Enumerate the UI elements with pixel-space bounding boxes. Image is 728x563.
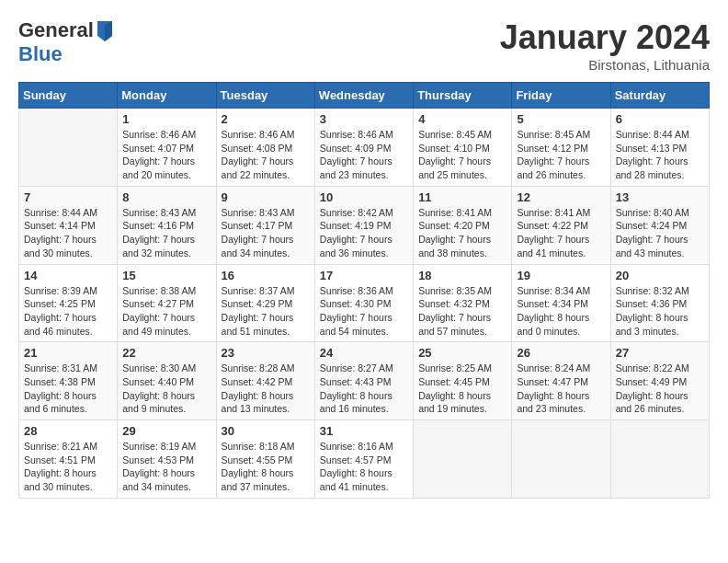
day-number: 6 bbox=[616, 112, 704, 126]
daylight: Daylight: 8 hours and 9 minutes. bbox=[122, 390, 195, 415]
day-number: 5 bbox=[517, 112, 605, 126]
calendar-cell: 20 Sunrise: 8:32 AM Sunset: 4:36 PM Dayl… bbox=[610, 264, 709, 342]
day-number: 29 bbox=[122, 424, 210, 438]
sunset: Sunset: 4:55 PM bbox=[222, 454, 293, 465]
day-number: 28 bbox=[24, 424, 112, 438]
sunrise: Sunrise: 8:19 AM bbox=[122, 441, 196, 452]
sunrise: Sunrise: 8:45 AM bbox=[517, 129, 590, 140]
sunset: Sunset: 4:07 PM bbox=[122, 143, 194, 154]
sunset: Sunset: 4:32 PM bbox=[418, 298, 490, 309]
daylight: Daylight: 7 hours and 26 minutes. bbox=[517, 155, 589, 180]
sunrise: Sunrise: 8:44 AM bbox=[616, 129, 689, 140]
day-number: 2 bbox=[222, 112, 310, 126]
sunrise: Sunrise: 8:22 AM bbox=[616, 362, 689, 373]
day-number: 20 bbox=[616, 269, 704, 282]
sunset: Sunset: 4:57 PM bbox=[320, 454, 392, 465]
day-info: Sunrise: 8:46 AM Sunset: 4:09 PM Dayligh… bbox=[320, 128, 408, 182]
sunrise: Sunrise: 8:30 AM bbox=[122, 362, 196, 373]
daylight: Daylight: 8 hours and 0 minutes. bbox=[517, 312, 589, 337]
daylight: Daylight: 8 hours and 26 minutes. bbox=[616, 390, 688, 415]
day-number: 31 bbox=[320, 424, 408, 438]
daylight: Daylight: 7 hours and 49 minutes. bbox=[122, 312, 195, 337]
day-info: Sunrise: 8:21 AM Sunset: 4:51 PM Dayligh… bbox=[24, 440, 112, 494]
weekday-header-thursday: Thursday bbox=[414, 83, 512, 109]
daylight: Daylight: 7 hours and 36 minutes. bbox=[320, 234, 392, 259]
sunrise: Sunrise: 8:25 AM bbox=[418, 362, 492, 373]
sunset: Sunset: 4:10 PM bbox=[418, 143, 490, 154]
day-info: Sunrise: 8:38 AM Sunset: 4:27 PM Dayligh… bbox=[122, 284, 210, 339]
day-number: 12 bbox=[517, 190, 605, 204]
day-info: Sunrise: 8:39 AM Sunset: 4:25 PM Dayligh… bbox=[24, 284, 112, 339]
calendar-cell: 1 Sunrise: 8:46 AM Sunset: 4:07 PM Dayli… bbox=[118, 109, 216, 187]
sunrise: Sunrise: 8:37 AM bbox=[222, 285, 295, 296]
day-info: Sunrise: 8:43 AM Sunset: 4:17 PM Dayligh… bbox=[222, 206, 310, 260]
calendar-cell: 16 Sunrise: 8:37 AM Sunset: 4:29 PM Dayl… bbox=[216, 264, 314, 342]
calendar-cell: 24 Sunrise: 8:27 AM Sunset: 4:43 PM Dayl… bbox=[314, 342, 413, 420]
sunset: Sunset: 4:53 PM bbox=[122, 454, 194, 465]
sunrise: Sunrise: 8:38 AM bbox=[122, 285, 196, 296]
sunset: Sunset: 4:42 PM bbox=[222, 376, 293, 387]
calendar-cell: 5 Sunrise: 8:45 AM Sunset: 4:12 PM Dayli… bbox=[512, 109, 610, 187]
calendar-table: SundayMondayTuesdayWednesdayThursdayFrid… bbox=[18, 82, 710, 499]
calendar-cell: 7 Sunrise: 8:44 AM Sunset: 4:14 PM Dayli… bbox=[19, 186, 118, 264]
calendar-cell: 8 Sunrise: 8:43 AM Sunset: 4:16 PM Dayli… bbox=[118, 186, 216, 264]
sunrise: Sunrise: 8:31 AM bbox=[24, 362, 97, 373]
sunset: Sunset: 4:38 PM bbox=[24, 376, 96, 387]
day-info: Sunrise: 8:46 AM Sunset: 4:08 PM Dayligh… bbox=[222, 128, 310, 182]
day-number: 14 bbox=[24, 269, 112, 282]
sunrise: Sunrise: 8:44 AM bbox=[24, 207, 97, 218]
calendar-cell: 4 Sunrise: 8:45 AM Sunset: 4:10 PM Dayli… bbox=[414, 109, 512, 187]
weekday-header-row: SundayMondayTuesdayWednesdayThursdayFrid… bbox=[19, 83, 710, 109]
weekday-header-sunday: Sunday bbox=[19, 83, 118, 109]
daylight: Daylight: 7 hours and 41 minutes. bbox=[517, 234, 589, 259]
sunrise: Sunrise: 8:43 AM bbox=[222, 207, 295, 218]
sunset: Sunset: 4:12 PM bbox=[517, 143, 588, 154]
day-info: Sunrise: 8:36 AM Sunset: 4:30 PM Dayligh… bbox=[320, 284, 408, 339]
daylight: Daylight: 7 hours and 54 minutes. bbox=[320, 312, 392, 337]
day-number: 7 bbox=[24, 190, 112, 204]
daylight: Daylight: 8 hours and 6 minutes. bbox=[24, 390, 97, 415]
calendar-cell: 17 Sunrise: 8:36 AM Sunset: 4:30 PM Dayl… bbox=[314, 264, 413, 342]
title-block: January 2024 Birstonas, Lithuania bbox=[500, 18, 710, 73]
day-number: 22 bbox=[122, 346, 210, 360]
sunrise: Sunrise: 8:34 AM bbox=[517, 285, 590, 296]
day-info: Sunrise: 8:35 AM Sunset: 4:32 PM Dayligh… bbox=[418, 284, 506, 339]
calendar-cell: 9 Sunrise: 8:43 AM Sunset: 4:17 PM Dayli… bbox=[216, 186, 314, 264]
sunrise: Sunrise: 8:21 AM bbox=[24, 441, 97, 452]
sunset: Sunset: 4:16 PM bbox=[122, 220, 194, 231]
sunrise: Sunrise: 8:36 AM bbox=[320, 285, 393, 296]
daylight: Daylight: 7 hours and 23 minutes. bbox=[320, 155, 392, 180]
day-number: 18 bbox=[418, 269, 506, 282]
page-header: General Blue January 2024 Birstonas, Lit… bbox=[18, 18, 710, 73]
sunset: Sunset: 4:40 PM bbox=[122, 376, 194, 387]
sunrise: Sunrise: 8:27 AM bbox=[320, 362, 393, 373]
day-info: Sunrise: 8:41 AM Sunset: 4:22 PM Dayligh… bbox=[517, 206, 605, 260]
day-info: Sunrise: 8:27 AM Sunset: 4:43 PM Dayligh… bbox=[320, 362, 408, 416]
calendar-cell: 14 Sunrise: 8:39 AM Sunset: 4:25 PM Dayl… bbox=[19, 264, 118, 342]
calendar-cell: 27 Sunrise: 8:22 AM Sunset: 4:49 PM Dayl… bbox=[610, 342, 709, 420]
day-info: Sunrise: 8:37 AM Sunset: 4:29 PM Dayligh… bbox=[222, 284, 310, 339]
day-info: Sunrise: 8:44 AM Sunset: 4:13 PM Dayligh… bbox=[616, 128, 704, 182]
weekday-header-saturday: Saturday bbox=[610, 83, 709, 109]
sunrise: Sunrise: 8:32 AM bbox=[616, 285, 689, 296]
sunrise: Sunrise: 8:41 AM bbox=[418, 207, 492, 218]
daylight: Daylight: 7 hours and 51 minutes. bbox=[222, 312, 294, 337]
sunrise: Sunrise: 8:45 AM bbox=[418, 129, 492, 140]
sunset: Sunset: 4:51 PM bbox=[24, 454, 96, 465]
sunset: Sunset: 4:27 PM bbox=[122, 298, 194, 309]
daylight: Daylight: 7 hours and 32 minutes. bbox=[122, 234, 195, 259]
daylight: Daylight: 8 hours and 37 minutes. bbox=[222, 467, 294, 492]
sunset: Sunset: 4:20 PM bbox=[418, 220, 490, 231]
month-title: January 2024 bbox=[500, 18, 710, 57]
sunrise: Sunrise: 8:40 AM bbox=[616, 207, 689, 218]
sunrise: Sunrise: 8:24 AM bbox=[517, 362, 590, 373]
sunrise: Sunrise: 8:46 AM bbox=[320, 129, 393, 140]
calendar-week-1: 1 Sunrise: 8:46 AM Sunset: 4:07 PM Dayli… bbox=[19, 109, 710, 187]
calendar-cell bbox=[414, 420, 512, 499]
daylight: Daylight: 7 hours and 28 minutes. bbox=[616, 155, 688, 180]
daylight: Daylight: 8 hours and 34 minutes. bbox=[122, 467, 195, 492]
calendar-cell: 6 Sunrise: 8:44 AM Sunset: 4:13 PM Dayli… bbox=[610, 109, 709, 187]
daylight: Daylight: 7 hours and 57 minutes. bbox=[418, 312, 491, 337]
calendar-cell: 3 Sunrise: 8:46 AM Sunset: 4:09 PM Dayli… bbox=[314, 109, 413, 187]
sunset: Sunset: 4:24 PM bbox=[616, 220, 688, 231]
